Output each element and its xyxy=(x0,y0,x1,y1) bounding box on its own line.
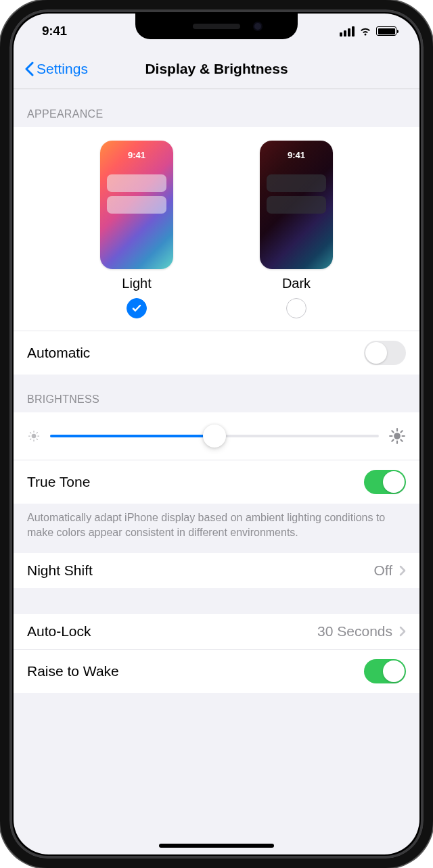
true-tone-row: True Tone xyxy=(14,460,419,504)
light-radio[interactable] xyxy=(127,298,147,318)
navigation-bar: Settings Display & Brightness xyxy=(14,49,419,89)
light-preview-image: 9:41 xyxy=(100,141,173,269)
battery-icon xyxy=(376,26,396,36)
chevron-right-icon xyxy=(399,626,406,637)
cellular-signal-icon xyxy=(340,26,355,37)
svg-point-1 xyxy=(394,433,401,439)
appearance-option-dark[interactable]: 9:41 Dark xyxy=(260,141,333,318)
sun-min-icon xyxy=(27,429,41,443)
status-time: 9:41 xyxy=(42,24,67,39)
home-indicator[interactable] xyxy=(159,844,274,848)
checkmark-icon xyxy=(131,303,142,314)
night-shift-value: Off xyxy=(373,562,392,579)
raise-to-wake-toggle[interactable] xyxy=(364,659,406,683)
raise-to-wake-label: Raise to Wake xyxy=(27,663,119,679)
dark-preview-image: 9:41 xyxy=(260,141,333,269)
chevron-left-icon xyxy=(24,62,34,76)
svg-point-0 xyxy=(32,434,37,439)
night-shift-row[interactable]: Night Shift Off xyxy=(14,553,419,588)
brightness-slider[interactable] xyxy=(50,435,379,437)
chevron-right-icon xyxy=(399,565,406,576)
auto-lock-label: Auto-Lock xyxy=(27,623,91,640)
wifi-icon xyxy=(359,26,372,37)
automatic-row: Automatic xyxy=(14,331,419,375)
section-header-appearance: Appearance xyxy=(14,89,419,127)
true-tone-footer: Automatically adapt iPhone display based… xyxy=(14,504,419,548)
auto-lock-value: 30 Seconds xyxy=(317,623,392,640)
night-shift-label: Night Shift xyxy=(27,562,93,579)
true-tone-label: True Tone xyxy=(27,474,90,490)
sun-max-icon xyxy=(388,427,406,445)
dark-label: Dark xyxy=(282,276,311,291)
automatic-label: Automatic xyxy=(27,345,90,361)
slider-thumb[interactable] xyxy=(203,425,226,448)
back-button[interactable]: Settings xyxy=(24,61,88,77)
section-header-brightness: Brightness xyxy=(14,375,419,412)
raise-to-wake-row: Raise to Wake xyxy=(14,649,419,693)
dark-radio[interactable] xyxy=(286,298,306,318)
light-label: Light xyxy=(122,276,151,291)
automatic-toggle[interactable] xyxy=(364,341,406,365)
appearance-option-light[interactable]: 9:41 Light xyxy=(100,141,173,318)
auto-lock-row[interactable]: Auto-Lock 30 Seconds xyxy=(14,614,419,649)
back-label: Settings xyxy=(37,61,88,77)
notch xyxy=(135,14,298,39)
true-tone-toggle[interactable] xyxy=(364,470,406,494)
